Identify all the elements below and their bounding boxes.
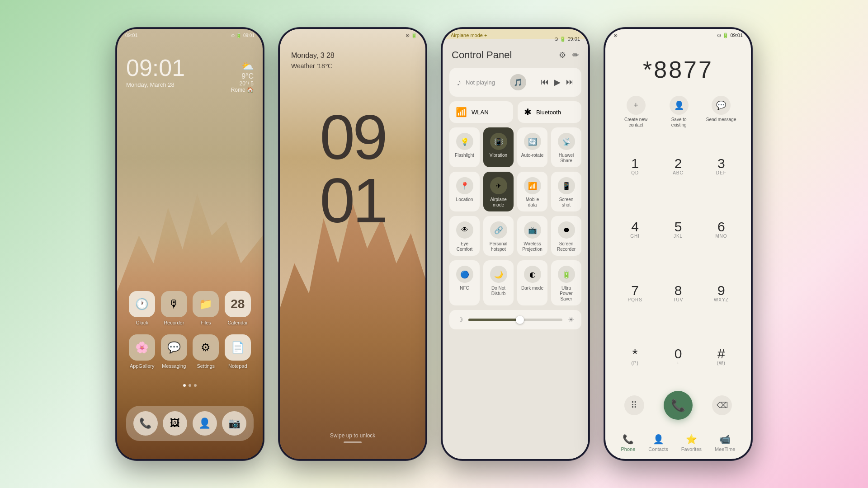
create-contact-label: Create new contact — [620, 117, 652, 128]
toggle-wireless-proj[interactable]: 📺 Wireless Projection — [517, 216, 547, 256]
key-2[interactable]: 2ABC — [657, 135, 698, 197]
toggle-nfc[interactable]: 🔵 NFC — [449, 260, 480, 305]
music-album-icon: 🎵 — [510, 74, 526, 90]
key-hash[interactable]: #(W) — [701, 326, 742, 388]
app-recorder[interactable]: 🎙 Recorder — [161, 291, 187, 325]
music-player[interactable]: ♪ Not playing 🎵 ⏮ ▶ ⏭ — [449, 68, 581, 97]
nav-phone-icon: 📞 — [623, 434, 634, 445]
dnd-label: Do Not Disturb — [487, 286, 510, 296]
key-7[interactable]: 7PQRS — [614, 262, 656, 324]
gallery-label: AppGallery — [130, 363, 154, 369]
nav-meettime[interactable]: 📹 MeeTime — [715, 434, 735, 452]
toggle-hotspot[interactable]: 🔗 Personal hotspot — [483, 216, 514, 256]
app-row-2: 🌸 AppGallery 💬 Messaging ⚙ Settings 📄 No… — [126, 334, 254, 369]
status-time-1: 09:01 — [125, 33, 138, 38]
dock-phone[interactable]: 📞 — [133, 411, 158, 436]
bt-icon: ✱ — [524, 107, 532, 117]
send-message-action[interactable]: 💬 Send message — [706, 96, 736, 128]
swipe-bar — [344, 441, 362, 443]
call-button[interactable]: 📞 — [664, 391, 693, 420]
key-4[interactable]: 4GHI — [614, 199, 656, 261]
mobile-data-icon: 📶 — [524, 177, 541, 194]
dock-contacts[interactable]: 👤 — [193, 411, 217, 436]
key-star[interactable]: *(P) — [614, 326, 656, 388]
app-messaging[interactable]: 💬 Messaging — [161, 334, 187, 369]
cp-body: ♪ Not playing 🎵 ⏮ ▶ ⏭ 📶 WLAN — [443, 68, 588, 329]
toggle-grid-row1: 💡 Flashlight 📳 Vibration 🔄 Auto-rotate 📡… — [449, 127, 581, 167]
app-settings[interactable]: ⚙ Settings — [193, 334, 219, 369]
app-row-1: 🕐 Clock 🎙 Recorder 📁 Files 28 Calendar — [126, 291, 254, 325]
ultra-power-icon: 🔋 — [558, 266, 575, 283]
create-contact-action[interactable]: + Create new contact — [620, 96, 652, 128]
toggle-mobile-data[interactable]: 📶 Mobile data — [517, 172, 547, 211]
toggle-screenshot[interactable]: 📱 Screen shot — [551, 172, 581, 211]
swipe-hint[interactable]: Swipe up to unlock — [280, 432, 425, 443]
lock-date-info: Monday, 3 28 Weather '18℃ — [291, 52, 335, 70]
cp-header-icons: ⚙ ✏ — [559, 50, 579, 60]
brightness-track[interactable] — [468, 319, 562, 321]
key-9[interactable]: 9WXYZ — [701, 262, 742, 324]
dock-camera[interactable]: 📷 — [222, 411, 246, 436]
app-files[interactable]: 📁 Files — [193, 291, 219, 325]
key-1[interactable]: 1QD — [614, 135, 656, 197]
clock-icon: 🕐 — [129, 291, 155, 317]
app-calendar[interactable]: 28 Calendar — [225, 291, 251, 325]
key-3[interactable]: 3DEF — [701, 135, 742, 197]
app-gallery[interactable]: 🌸 AppGallery — [129, 334, 155, 369]
notepad-icon: 📄 — [225, 334, 251, 361]
toggle-eye-comfort[interactable]: 👁 Eye Comfort — [449, 216, 480, 256]
brightness-thumb[interactable] — [516, 316, 524, 324]
toggle-grid-row4: 🔵 NFC 🌙 Do Not Disturb ◐ Dark mode 🔋 Ult… — [449, 260, 581, 305]
vibration-label: Vibration — [490, 153, 507, 158]
prev-icon[interactable]: ⏮ — [541, 77, 549, 87]
toggle-dark-mode[interactable]: ◐ Dark mode — [517, 260, 547, 305]
grid-button[interactable]: ⠿ — [624, 395, 644, 415]
dark-mode-icon: ◐ — [524, 266, 541, 283]
delete-button[interactable]: ⌫ — [712, 395, 732, 415]
save-existing-action[interactable]: 👤 Save to existing — [663, 96, 695, 128]
brightness-control[interactable]: ☽ ☀ — [449, 310, 581, 329]
nav-meettime-icon: 📹 — [719, 434, 731, 445]
quick-toggles-2col: 📶 WLAN ✱ Bluetooth — [449, 101, 581, 123]
toggle-dnd[interactable]: 🌙 Do Not Disturb — [483, 260, 514, 305]
music-note-icon: ♪ — [457, 77, 461, 88]
key-5[interactable]: 5JKL — [657, 199, 698, 261]
toggle-autorotate[interactable]: 🔄 Auto-rotate — [517, 127, 547, 167]
dialer-actions: + Create new contact 👤 Save to existing … — [605, 92, 751, 135]
cp-settings-icon[interactable]: ⚙ — [559, 50, 566, 60]
airplane-label: Airplane mode — [487, 197, 510, 208]
next-icon[interactable]: ⏭ — [566, 77, 574, 87]
key-8[interactable]: 8TUV — [657, 262, 698, 324]
nav-favorites[interactable]: ⭐ Favorites — [681, 434, 702, 452]
toggle-vibration[interactable]: 📳 Vibration — [483, 127, 514, 167]
wlan-icon: 📶 — [456, 107, 467, 117]
location-label: Location — [456, 197, 473, 202]
ultra-power-label: Ultra Power Saver — [555, 286, 578, 302]
app-notepad[interactable]: 📄 Notepad — [225, 334, 251, 369]
toggle-airplane[interactable]: ✈ Airplane mode — [483, 172, 514, 211]
weather-range: 20°/ 5 — [231, 80, 254, 87]
cp-edit-icon[interactable]: ✏ — [572, 50, 579, 60]
mobile-data-label: Mobile data — [521, 197, 544, 208]
nfc-label: NFC — [460, 286, 469, 291]
bluetooth-tile[interactable]: ✱ Bluetooth — [518, 101, 581, 123]
flashlight-label: Flashlight — [455, 153, 474, 158]
key-6[interactable]: 6MNO — [701, 199, 742, 261]
toggle-location[interactable]: 📍 Location — [449, 172, 480, 211]
dock-gallery[interactable]: 🖼 — [163, 411, 187, 436]
lock-hour: 09 — [280, 106, 425, 169]
play-icon[interactable]: ▶ — [554, 77, 561, 87]
screenshot-label: Screen shot — [555, 197, 578, 208]
toggle-screen-recorder[interactable]: ⏺ Screen Recorder — [551, 216, 581, 256]
nav-contacts[interactable]: 👤 Contacts — [648, 434, 668, 452]
app-clock[interactable]: 🕐 Clock — [129, 291, 155, 325]
nav-phone[interactable]: 📞 Phone — [621, 434, 636, 452]
hotspot-icon: 🔗 — [490, 221, 507, 239]
brightness-low-icon: ☽ — [457, 315, 463, 324]
toggle-flashlight[interactable]: 💡 Flashlight — [449, 127, 480, 167]
wlan-tile[interactable]: 📶 WLAN — [449, 101, 513, 123]
dot-3 — [194, 384, 197, 387]
toggle-ultra-power[interactable]: 🔋 Ultra Power Saver — [551, 260, 581, 305]
toggle-huawei-share[interactable]: 📡 Huawei Share — [551, 127, 581, 167]
key-0[interactable]: 0+ — [657, 326, 698, 388]
